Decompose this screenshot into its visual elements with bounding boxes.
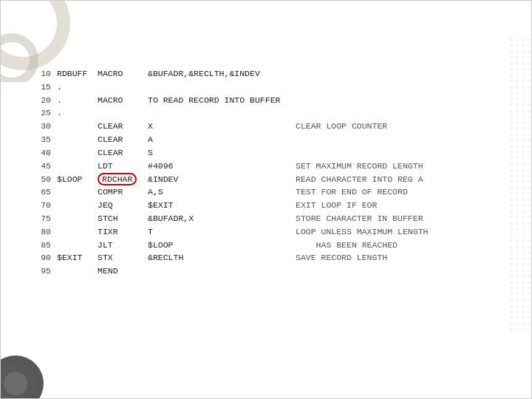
deco-bottom-left bbox=[1, 339, 60, 398]
op-col: JLT bbox=[98, 239, 148, 252]
label-col: RDBUFF bbox=[57, 67, 98, 81]
code-line: 75STCH&BUFADR,XSTORE CHARACTER IN BUFFER bbox=[30, 212, 516, 225]
operand-col: $LOOP bbox=[148, 239, 296, 252]
operand-col: &BUFADR,&RECLTH,&INDEV bbox=[148, 67, 296, 81]
op-col: MEND bbox=[98, 265, 148, 278]
comment-col: HAS BEEN REACHED bbox=[296, 239, 398, 252]
comment-col: STORE CHARACTER IN BUFFER bbox=[296, 212, 423, 225]
line-number: 25 bbox=[30, 106, 51, 120]
label-col: . bbox=[57, 106, 98, 120]
op-col: RDCHAR bbox=[98, 173, 148, 186]
comment-col: READ CHARACTER INTO REG A bbox=[296, 173, 423, 186]
code-line: 70JEQ$EXITEXIT LOOP IF EOR bbox=[30, 199, 516, 212]
code-line: 35CLEARA bbox=[30, 133, 516, 146]
line-number: 95 bbox=[30, 265, 51, 278]
comment-col: EXIT LOOP IF EOR bbox=[296, 199, 377, 212]
comment-col: SET MAXIMUM RECORD LENGTH bbox=[296, 160, 423, 173]
line-number: 50 bbox=[30, 173, 51, 186]
operand-col: A,S bbox=[148, 185, 296, 199]
operand-col: $EXIT bbox=[148, 199, 296, 212]
operand-col: &INDEV bbox=[148, 173, 296, 186]
line-number: 30 bbox=[30, 120, 51, 133]
code-line: 10RDBUFFMACRO&BUFADR,&RECLTH,&INDEV bbox=[30, 67, 516, 81]
op-col: CLEAR bbox=[98, 133, 148, 146]
code-line: 80TIXRTLOOP UNLESS MAXIMUM LENGTH bbox=[30, 225, 516, 239]
code-line: 20.MACROTO READ RECORD INTO BUFFER bbox=[30, 94, 516, 107]
op-col: MACRO bbox=[98, 67, 148, 81]
line-number: 10 bbox=[30, 67, 51, 81]
line-number: 70 bbox=[30, 199, 51, 212]
label-col: . bbox=[57, 81, 98, 94]
comment-col: SAVE RECORD LENGTH bbox=[296, 251, 387, 265]
line-number: 90 bbox=[30, 251, 51, 265]
comment-col: CLEAR LOOP COUNTER bbox=[296, 120, 387, 133]
code-line: 30CLEARXCLEAR LOOP COUNTER bbox=[30, 120, 516, 133]
op-col: LDT bbox=[98, 160, 148, 173]
op-col: TIXR bbox=[98, 225, 148, 239]
line-number: 15 bbox=[30, 81, 51, 94]
code-area: 10RDBUFFMACRO&BUFADR,&RECLTH,&INDEV15.20… bbox=[30, 67, 516, 278]
operand-col: T bbox=[148, 225, 296, 239]
code-line: 65COMPRA,STEST FOR END OF RECORD bbox=[30, 185, 516, 199]
code-line: 45LDT#4096SET MAXIMUM RECORD LENGTH bbox=[30, 160, 516, 173]
label-col: $LOOP bbox=[57, 173, 98, 186]
slide-container: 10RDBUFFMACRO&BUFADR,&RECLTH,&INDEV15.20… bbox=[0, 0, 532, 399]
operand-col: #4096 bbox=[148, 160, 296, 173]
op-col: JEQ bbox=[98, 199, 148, 212]
highlighted-op: RDCHAR bbox=[98, 173, 137, 186]
line-number: 20 bbox=[30, 94, 51, 107]
line-number: 80 bbox=[30, 225, 51, 239]
op-col: STX bbox=[98, 251, 148, 265]
line-number: 40 bbox=[30, 146, 51, 160]
operand-col: S bbox=[148, 146, 296, 160]
op-col: COMPR bbox=[98, 185, 148, 199]
comment-col: TEST FOR END OF RECORD bbox=[296, 185, 408, 199]
code-line: 15. bbox=[30, 81, 516, 94]
operand-col: TO READ RECORD INTO BUFFER bbox=[148, 94, 296, 107]
code-line: 25. bbox=[30, 106, 516, 120]
code-line: 40CLEARS bbox=[30, 146, 516, 160]
label-col: $EXIT bbox=[57, 251, 98, 265]
code-line: 90$EXITSTX&RECLTHSAVE RECORD LENGTH bbox=[30, 251, 516, 265]
code-line: 85JLT$LOOP HAS BEEN REACHED bbox=[30, 239, 516, 252]
label-col: . bbox=[57, 94, 98, 107]
op-col: MACRO bbox=[98, 94, 148, 107]
operand-col: X bbox=[148, 120, 296, 133]
operand-col: &RECLTH bbox=[148, 251, 296, 265]
code-line: 95MEND bbox=[30, 265, 516, 278]
line-number: 65 bbox=[30, 185, 51, 199]
line-number: 85 bbox=[30, 239, 51, 252]
line-number: 75 bbox=[30, 212, 51, 225]
operand-col: A bbox=[148, 133, 296, 146]
op-col: CLEAR bbox=[98, 120, 148, 133]
op-col: STCH bbox=[98, 212, 148, 225]
svg-point-4 bbox=[4, 372, 27, 395]
comment-col: LOOP UNLESS MAXIMUM LENGTH bbox=[296, 225, 428, 239]
op-col: CLEAR bbox=[98, 146, 148, 160]
line-number: 35 bbox=[30, 133, 51, 146]
operand-col: &BUFADR,X bbox=[148, 212, 296, 225]
code-line: 50$LOOPRDCHAR&INDEVREAD CHARACTER INTO R… bbox=[30, 173, 516, 186]
line-number: 45 bbox=[30, 160, 51, 173]
